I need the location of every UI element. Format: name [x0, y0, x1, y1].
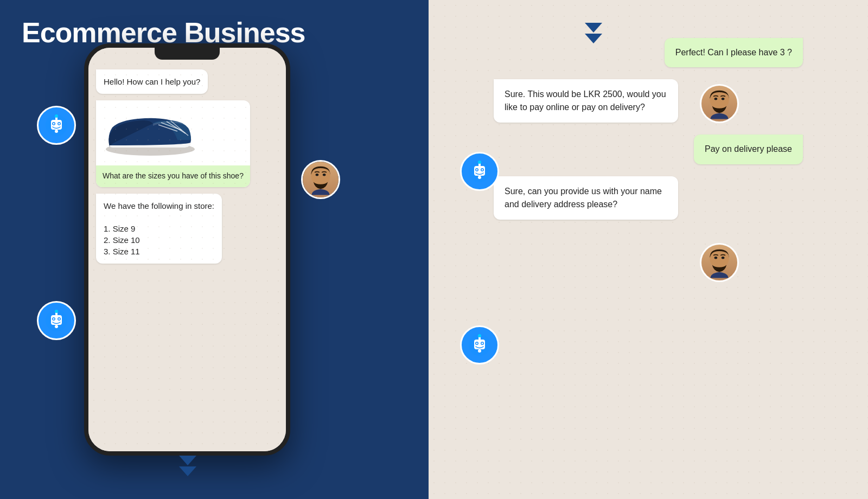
phone-notch-left — [155, 48, 220, 60]
human-avatar-left — [301, 160, 340, 199]
bot-face-svg-2 — [44, 309, 68, 332]
shoe-image — [96, 100, 205, 165]
svg-point-36 — [478, 161, 481, 164]
shoe-caption: What are the sizes you have of this shoe… — [96, 165, 250, 187]
svg-point-25 — [323, 174, 326, 176]
human-svg-right-top — [701, 86, 737, 121]
chat-container-left: Hello! How can I help you? — [88, 63, 286, 270]
bot-face-svg-3 — [468, 159, 492, 183]
user-image-bubble: What are the sizes you have of this shoe… — [96, 100, 250, 187]
bot-avatar-bottom-left — [37, 301, 76, 340]
svg-point-9 — [53, 123, 55, 125]
svg-point-48 — [478, 334, 481, 337]
bot-face-svg — [44, 113, 68, 137]
bot-message-1: Hello! How can I help you? — [96, 69, 208, 94]
arrow-2 — [179, 466, 196, 476]
human-avatar-right-top — [700, 84, 739, 123]
right-bot-message-1: Sure. This would be LKR 2500, would you … — [494, 79, 678, 123]
phone-screen-left: Hello! How can I help you? — [88, 48, 286, 451]
svg-point-39 — [714, 257, 718, 259]
svg-point-24 — [316, 174, 319, 176]
right-chat-container: Perfect! Can I please have 3 ? Sure. Thi… — [429, 0, 868, 231]
left-phone: Hello! How can I help you? — [84, 43, 290, 456]
human-svg-right-mid — [701, 245, 737, 280]
svg-point-21 — [55, 310, 58, 313]
right-user-message-2: Pay on delivery please — [694, 135, 803, 164]
right-panel-arrow — [585, 23, 602, 43]
bot-face-svg-4 — [468, 333, 492, 357]
right-arrow-2 — [585, 34, 602, 43]
bot-avatar-right-mid — [460, 152, 499, 191]
svg-point-46 — [482, 343, 483, 344]
svg-point-34 — [482, 169, 483, 171]
human-svg-left — [303, 162, 339, 197]
bot-avatar-top-left — [37, 106, 76, 145]
human-face-left — [303, 162, 339, 197]
human-avatar-right-mid — [700, 243, 739, 282]
svg-point-19 — [59, 318, 60, 320]
svg-point-22 — [55, 325, 58, 328]
arrow-1 — [179, 456, 196, 465]
svg-point-33 — [476, 169, 478, 171]
human-face-right-top — [701, 86, 737, 121]
right-bot-message-2: Sure, can you provide us with your name … — [494, 176, 678, 220]
svg-point-45 — [476, 343, 478, 344]
svg-point-10 — [59, 123, 60, 125]
bot-message-2: We have the following in store: 1. Size … — [96, 194, 222, 264]
svg-point-40 — [722, 257, 725, 259]
svg-point-37 — [478, 176, 481, 179]
left-phone-arrow — [179, 456, 196, 476]
shoe-svg — [101, 106, 199, 160]
svg-point-49 — [478, 349, 481, 353]
human-face-right-mid — [701, 245, 737, 280]
bot-avatar-right-bottom — [460, 325, 499, 364]
svg-point-27 — [714, 98, 718, 100]
svg-point-18 — [53, 318, 55, 320]
svg-point-13 — [55, 130, 58, 133]
right-panel: Perfect! Can I please have 3 ? Sure. Thi… — [429, 0, 868, 499]
svg-point-12 — [55, 114, 58, 118]
right-user-message-1: Perfect! Can I please have 3 ? — [665, 38, 803, 67]
right-arrow-1 — [585, 23, 602, 33]
svg-point-28 — [722, 98, 725, 100]
